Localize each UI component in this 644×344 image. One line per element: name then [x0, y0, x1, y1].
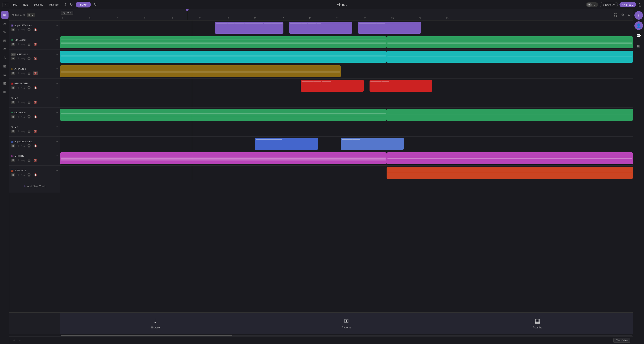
track-6-more-button[interactable]: •••	[56, 96, 58, 99]
track-9-mute-button[interactable]: 🔇	[33, 144, 38, 148]
track-4-content[interactable]	[60, 64, 633, 78]
track-5-block-1[interactable]	[301, 80, 364, 92]
track-9-r-button[interactable]: R	[11, 144, 15, 147]
hscroll-track[interactable]	[61, 334, 632, 336]
tracks-scroll[interactable]: ⊞ tmp8col8041.mid: ••• R ♩ ○Vol 🎧 🔇	[10, 21, 633, 312]
track-10-block-2[interactable]	[386, 152, 633, 164]
track-7-block-1[interactable]	[60, 109, 386, 121]
track-4-r-button[interactable]: R	[11, 72, 15, 75]
track-3-block-2[interactable]	[386, 51, 633, 63]
muting-control[interactable]: ⊞ ↻	[27, 13, 35, 17]
track-8-mute-button[interactable]: 🔇	[33, 129, 38, 133]
track-9-tune-button[interactable]: ♩	[17, 144, 20, 148]
track-2-content[interactable]	[60, 35, 633, 49]
track-11-r-button[interactable]: R	[11, 173, 15, 177]
exit-button[interactable]: ✕ Exit	[638, 2, 642, 7]
track-7-r-button[interactable]: R	[11, 115, 15, 118]
track-2-tune-button[interactable]: ♩	[17, 43, 20, 46]
theme-toggle[interactable]: ☀ ☾	[586, 2, 598, 7]
share-button[interactable]: ⟳ Share	[620, 2, 636, 7]
track-5-headphone-button[interactable]: 🎧	[27, 86, 31, 90]
sidebar-icon-mixer[interactable]: ✎	[1, 28, 8, 36]
play-panel-button[interactable]: ▦ Play the	[442, 313, 633, 334]
track-view-button[interactable]: Track View	[613, 338, 630, 343]
track-9-headphone-button[interactable]: 🎧	[27, 144, 31, 148]
track-4-tune-button[interactable]: ♩	[17, 72, 20, 75]
track-5-r-button[interactable]: R	[11, 86, 15, 89]
track-3-headphone-button[interactable]: 🎧	[27, 57, 31, 60]
track-3-r-button[interactable]: R	[11, 57, 15, 60]
track-7-block-2[interactable]	[386, 109, 633, 121]
zoom-out-button[interactable]: −	[17, 338, 22, 343]
menu-settings[interactable]: Settings	[32, 2, 45, 7]
track-10-headphone-button[interactable]: 🎧	[27, 158, 31, 162]
track-10-more-button[interactable]: •••	[56, 154, 58, 157]
track-8-tune-button[interactable]: ♩	[17, 129, 20, 133]
track-4-headphone-button[interactable]: 🎧	[27, 72, 31, 75]
track-11-tune-button[interactable]: ♩	[17, 173, 20, 177]
track-4-more-button[interactable]: •••	[56, 67, 58, 70]
track-7-more-button[interactable]: •••	[56, 111, 58, 114]
menu-edit[interactable]: Edit	[21, 2, 30, 7]
track-2-block-2[interactable]	[386, 36, 633, 48]
track-1-content[interactable]	[60, 21, 633, 35]
track-1-block-2[interactable]	[289, 22, 352, 34]
track-2-r-button[interactable]: R	[11, 43, 15, 46]
track-6-r-button[interactable]: R	[11, 101, 15, 104]
track-2-headphone-button[interactable]: 🎧	[27, 43, 31, 46]
track-3-content[interactable]	[60, 50, 633, 64]
rs-music-icon[interactable]: ♪	[634, 11, 643, 20]
sidebar-icon-piano[interactable]: ≋	[1, 45, 8, 53]
track-5-more-button[interactable]: •••	[56, 82, 58, 85]
sidebar-icon-plugin[interactable]: ✎	[1, 54, 8, 61]
track-4-block-1[interactable]	[60, 65, 341, 77]
rs-chat-icon[interactable]: 💬	[634, 32, 643, 40]
dark-theme[interactable]: ☾	[592, 3, 597, 7]
track-3-mute-button[interactable]: 🔇	[33, 57, 38, 60]
track-1-block-1[interactable]	[215, 22, 284, 34]
rs-mixer-icon[interactable]: ⊞	[634, 42, 643, 50]
track-3-block-1[interactable]	[60, 51, 386, 63]
zoom-in-button[interactable]: +	[12, 338, 16, 343]
track-8-r-button[interactable]: R	[11, 130, 15, 133]
track-3-tune-button[interactable]: ♩	[17, 57, 20, 60]
browse-panel-button[interactable]: ♩ Browse	[60, 313, 251, 334]
track-5-mute-button[interactable]: 🔇	[33, 86, 38, 90]
track-2-mute-button[interactable]: 🔇	[33, 43, 38, 46]
track-1-tune-button[interactable]: ♩	[17, 28, 20, 32]
track-10-block-1[interactable]	[60, 152, 386, 164]
rs-user-icon[interactable]: 👤	[634, 21, 643, 30]
track-8-headphone-button[interactable]: 🎧	[27, 129, 31, 133]
reload-button[interactable]: ↻	[92, 2, 98, 8]
track-5-tune-button[interactable]: ♩	[17, 86, 20, 90]
track-7-content[interactable]	[60, 108, 633, 122]
track-11-headphone-button[interactable]: 🎧	[27, 173, 31, 177]
loop-button[interactable]: ↻	[627, 12, 631, 18]
settings-icon-button[interactable]: ⚙	[620, 12, 625, 18]
track-10-r-button[interactable]: R	[11, 159, 15, 162]
track-10-mute-button[interactable]: 🔇	[33, 158, 38, 162]
track-5-block-2[interactable]	[370, 80, 432, 92]
back-button[interactable]: ←	[2, 2, 10, 7]
menu-file[interactable]: File	[11, 2, 20, 7]
headphones-button[interactable]: 🎧	[613, 12, 619, 18]
undo-button[interactable]: ↺	[62, 2, 68, 8]
track-7-headphone-button[interactable]: 🎧	[27, 115, 31, 119]
track-6-content[interactable]	[60, 93, 633, 107]
track-7-mute-button[interactable]: 🔇	[33, 115, 38, 119]
track-6-tune-button[interactable]: ♩	[17, 100, 20, 104]
add-new-track-button[interactable]: + Add New Track	[10, 180, 60, 193]
sidebar-icon-fx[interactable]: ≋	[1, 20, 8, 27]
track-8-content[interactable]	[60, 122, 633, 136]
track-3-more-button[interactable]: •••	[56, 53, 58, 56]
track-11-mute-button[interactable]: 🔇	[33, 173, 38, 177]
horizontal-scrollbar[interactable]	[10, 334, 633, 336]
track-9-content[interactable]	[60, 137, 633, 151]
track-5-content[interactable]	[60, 79, 633, 93]
track-9-block-2[interactable]	[341, 138, 404, 150]
track-7-tune-button[interactable]: ♩	[17, 115, 20, 119]
track-1-block-3[interactable]	[358, 22, 421, 34]
track-9-block-1[interactable]	[255, 138, 318, 150]
sidebar-icon-instruments[interactable]: ⊞	[1, 11, 8, 19]
track-11-content[interactable]	[60, 165, 633, 180]
